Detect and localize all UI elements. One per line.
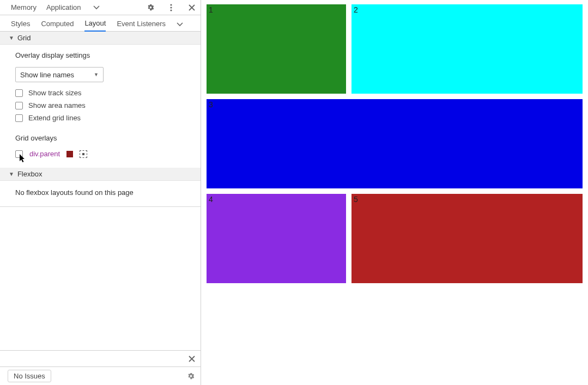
more-sub-tabs-icon[interactable] — [177, 21, 183, 31]
grid-section-body: Overlay display settings Show line names… — [0, 45, 201, 168]
grid-cell-4: 4 — [207, 194, 346, 283]
close-devtools-icon[interactable] — [186, 2, 197, 13]
svg-point-0 — [170, 4, 172, 5]
svg-point-2 — [170, 9, 172, 11]
grid-overlays-title: Grid overlays — [15, 134, 191, 142]
panel-empty-space — [0, 207, 201, 350]
tab-styles[interactable]: Styles — [11, 20, 30, 31]
show-track-sizes-label: Show track sizes — [28, 89, 82, 97]
grid-section-header[interactable]: ▼ Grid — [0, 32, 201, 45]
grid-section-title: Grid — [17, 34, 31, 42]
line-names-select[interactable]: Show line names ▼ — [15, 67, 104, 82]
extend-grid-lines-checkbox[interactable] — [15, 114, 23, 122]
grid-overlay-color-swatch[interactable] — [66, 151, 73, 157]
flexbox-section-header[interactable]: ▼ Flexbox — [0, 168, 201, 181]
flexbox-empty-text: No flexbox layouts found on this page — [15, 188, 134, 197]
tab-event-listeners[interactable]: Event Listeners — [117, 20, 166, 31]
console-drawer-strip — [0, 350, 201, 366]
collapse-triangle-icon: ▼ — [9, 35, 14, 41]
show-area-names-row[interactable]: Show area names — [15, 101, 191, 109]
line-names-select-value: Show line names — [20, 71, 74, 79]
chevron-down-icon: ▼ — [94, 72, 99, 77]
devtools-panel: Memory Application Styles Computed Layou… — [0, 0, 201, 385]
grid-cell-5: 5 — [351, 194, 583, 283]
grid-overlay-item: div.parent — [15, 150, 191, 158]
page-preview: 1 2 3 4 5 — [201, 0, 588, 385]
grid-cell-2: 2 — [351, 4, 583, 94]
more-tabs-icon[interactable] — [91, 2, 102, 13]
reveal-element-icon[interactable] — [80, 150, 87, 158]
show-area-names-label: Show area names — [28, 101, 86, 109]
footer-settings-icon[interactable] — [187, 372, 195, 380]
grid-overlay-checkbox[interactable] — [15, 150, 23, 158]
tab-memory[interactable]: Memory — [11, 3, 37, 11]
show-track-sizes-row[interactable]: Show track sizes — [15, 89, 191, 97]
devtools-footer: No Issues — [0, 366, 201, 385]
close-drawer-icon[interactable] — [189, 356, 195, 362]
tab-application[interactable]: Application — [46, 3, 81, 11]
main-tab-bar: Memory Application — [0, 0, 201, 15]
overlay-display-settings-title: Overlay display settings — [15, 51, 191, 59]
show-area-names-checkbox[interactable] — [15, 102, 23, 109]
settings-icon[interactable] — [145, 2, 156, 13]
tab-layout[interactable]: Layout — [84, 19, 106, 32]
tab-computed[interactable]: Computed — [41, 20, 74, 31]
flexbox-section-title: Flexbox — [17, 170, 43, 178]
grid-parent: 1 2 3 4 5 — [207, 4, 583, 283]
flexbox-section-body: No flexbox layouts found on this page — [0, 181, 201, 207]
extend-grid-lines-row[interactable]: Extend grid lines — [15, 114, 191, 122]
no-issues-badge[interactable]: No Issues — [8, 370, 51, 382]
elements-sub-tabbar: Styles Computed Layout Event Listeners — [0, 15, 201, 32]
grid-overlay-element-name[interactable]: div.parent — [29, 150, 60, 158]
show-track-sizes-checkbox[interactable] — [15, 89, 23, 97]
extend-grid-lines-label: Extend grid lines — [28, 114, 81, 122]
svg-point-1 — [170, 7, 172, 8]
grid-cell-3: 3 — [207, 99, 583, 188]
kebab-menu-icon[interactable] — [166, 2, 177, 13]
grid-cell-1: 1 — [207, 4, 346, 94]
collapse-triangle-icon: ▼ — [9, 171, 14, 177]
